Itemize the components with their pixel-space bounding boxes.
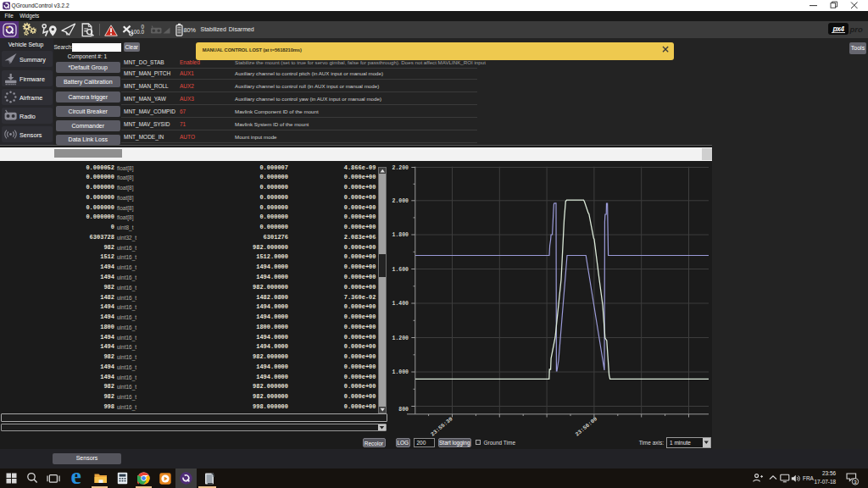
svg-text:800: 800 (398, 407, 409, 413)
svg-text:2.200: 2.200 (392, 165, 409, 171)
svg-text:1.200: 1.200 (392, 336, 409, 341)
svg-text:1.400: 1.400 (392, 301, 409, 307)
svg-text:1.800: 1.800 (392, 232, 409, 238)
svg-text:2.000: 2.000 (392, 198, 409, 204)
svg-text:23:55:30: 23:55:30 (430, 416, 453, 437)
svg-text:1.600: 1.600 (392, 267, 409, 273)
svg-text:1.000: 1.000 (392, 369, 409, 375)
svg-text:23:56:00: 23:56:00 (575, 416, 598, 437)
